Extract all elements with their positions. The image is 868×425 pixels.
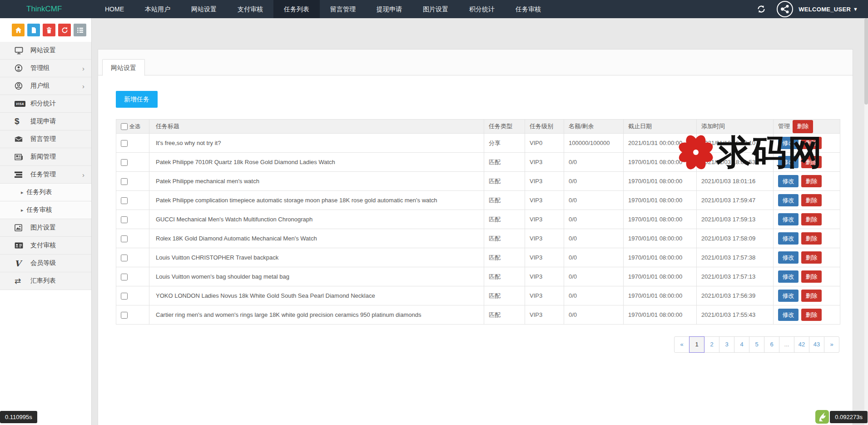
edit-button[interactable]: 修改: [778, 137, 799, 149]
nav-item-message-mgmt[interactable]: 留言管理: [320, 0, 366, 18]
edit-button[interactable]: 修改: [778, 270, 799, 283]
nav-item-site-users[interactable]: 本站用户: [134, 0, 181, 18]
edit-button[interactable]: 修改: [778, 213, 799, 225]
delete-button[interactable]: 删除: [801, 251, 822, 264]
delete-button[interactable]: 删除: [801, 194, 822, 206]
edit-button[interactable]: 修改: [778, 156, 799, 168]
refresh-icon[interactable]: [757, 5, 766, 14]
delete-button[interactable]: 删除: [801, 232, 822, 245]
main-content: 网站设置 新增任务 全选 任务标题 任务类型 任务级别 名额/剩余 截止日期: [92, 18, 868, 425]
edit-button[interactable]: 修改: [778, 194, 799, 206]
chevron-down-icon: ▼: [853, 6, 858, 12]
sidebar-item-news-mgmt[interactable]: 新闻管理: [0, 148, 91, 166]
select-all-checkbox[interactable]: [121, 123, 128, 130]
add-task-button[interactable]: 新增任务: [116, 91, 158, 108]
page-next[interactable]: »: [824, 336, 839, 353]
edit-button[interactable]: 修改: [778, 251, 799, 264]
trash-icon[interactable]: [43, 24, 55, 36]
task-title: Louis Vuitton women's bag shoulder bag m…: [149, 267, 484, 286]
task-title: GUCCI Mechanical Men's Watch Multifuncti…: [149, 210, 484, 229]
table-row: YOKO LONDON Ladies Novus 18k White Gold …: [116, 286, 840, 305]
task-type: 匹配: [484, 210, 525, 229]
delete-button[interactable]: 删除: [801, 309, 822, 321]
row-checkbox[interactable]: [121, 159, 128, 166]
sidebar-item-user-group[interactable]: 用户组 ›: [0, 77, 91, 95]
pagination: « 1 2 3 4 5 6 ... 42 43 »: [116, 336, 839, 353]
tab-site-settings[interactable]: 网站设置: [102, 59, 145, 76]
sidebar-item-withdraw-apply[interactable]: $ 提现申请: [0, 113, 91, 130]
delete-button[interactable]: 删除: [801, 156, 822, 168]
home-icon[interactable]: [12, 24, 25, 36]
scrollbar-track[interactable]: [864, 18, 868, 425]
delete-button[interactable]: 删除: [801, 175, 822, 187]
nav-item-site-settings[interactable]: 网站设置: [181, 0, 227, 18]
nav-item-task-list[interactable]: 任务列表: [273, 0, 320, 18]
edit-button[interactable]: 修改: [778, 232, 799, 245]
row-checkbox[interactable]: [121, 140, 128, 147]
task-type: 匹配: [484, 172, 525, 191]
page-42[interactable]: 42: [794, 336, 809, 353]
sidebar-item-site-settings[interactable]: 网站设置: [0, 42, 91, 60]
nav-item-image-settings[interactable]: 图片设置: [412, 0, 459, 18]
page-2[interactable]: 2: [704, 336, 719, 353]
recycle-icon[interactable]: [58, 24, 71, 36]
delete-button[interactable]: 删除: [801, 213, 822, 225]
task-quota: 0/0: [564, 248, 624, 267]
list-icon[interactable]: [74, 24, 86, 36]
row-checkbox[interactable]: [121, 293, 128, 300]
row-checkbox[interactable]: [121, 274, 128, 280]
sidebar-subitem-task-list[interactable]: ▸ 任务列表: [0, 184, 91, 201]
sidebar-item-label: 支付审核: [30, 241, 56, 250]
row-checkbox[interactable]: [121, 255, 128, 261]
col-header-deadline: 截止日期: [624, 120, 697, 134]
row-checkbox[interactable]: [121, 178, 128, 185]
page-4[interactable]: 4: [734, 336, 749, 353]
brand-logo[interactable]: ThinkCMF: [26, 5, 94, 14]
edit-button[interactable]: 修改: [778, 309, 799, 321]
row-checkbox[interactable]: [121, 216, 128, 223]
edit-button[interactable]: 修改: [778, 290, 799, 302]
row-checkbox[interactable]: [121, 235, 128, 242]
page-5[interactable]: 5: [749, 336, 764, 353]
nav-item-points-stats[interactable]: 积分统计: [459, 0, 505, 18]
task-quota: 100000/100000: [564, 134, 624, 153]
sidebar-item-member-level[interactable]: V 会员等级: [0, 255, 91, 272]
sidebar-item-payment-review[interactable]: 支付审核: [0, 237, 91, 255]
sidebar-item-label: 用户组: [30, 82, 50, 90]
sidebar-item-admin-group[interactable]: 管理组 ›: [0, 60, 91, 77]
bulk-delete-button[interactable]: 删除: [793, 120, 813, 133]
sidebar-item-exchange-rate-list[interactable]: ⇄ 汇率列表: [0, 272, 91, 290]
row-checkbox[interactable]: [121, 312, 128, 319]
page-prev[interactable]: «: [674, 336, 689, 353]
page-43[interactable]: 43: [809, 336, 824, 353]
page-3[interactable]: 3: [719, 336, 734, 353]
row-checkbox[interactable]: [121, 197, 128, 204]
nav-item-payment-review[interactable]: 支付审核: [227, 0, 273, 18]
delete-button[interactable]: 删除: [801, 290, 822, 302]
dollar-icon: $: [15, 116, 26, 126]
nav-item-withdraw-apply[interactable]: 提现申请: [366, 0, 412, 18]
nav-item-home[interactable]: HOME: [94, 0, 134, 18]
task-title: YOKO LONDON Ladies Novus 18k White Gold …: [149, 286, 484, 305]
sidebar-item-image-settings[interactable]: 图片设置: [0, 219, 91, 237]
welcome-user-dropdown[interactable]: WELCOME_USER: [799, 6, 851, 13]
user-avatar[interactable]: [777, 1, 793, 17]
exchange-arrows-icon: ⇄: [15, 276, 26, 286]
file-icon[interactable]: [27, 24, 40, 36]
page-ellipsis: ...: [779, 336, 794, 353]
edit-button[interactable]: 修改: [778, 175, 799, 187]
sidebar-item-task-mgmt[interactable]: 任务管理 ›: [0, 166, 91, 184]
delete-button[interactable]: 删除: [801, 270, 822, 283]
col-header-added: 添加时间: [697, 120, 774, 134]
sidebar-item-message-mgmt[interactable]: 留言管理: [0, 130, 91, 148]
page-1[interactable]: 1: [689, 336, 704, 353]
task-added-time: 2021/01/03 17:59:13: [697, 210, 774, 229]
table-header-row: 全选 任务标题 任务类型 任务级别 名额/剩余 截止日期 添加时间 管理删除: [116, 120, 840, 134]
sidebar-item-label: 图片设置: [30, 224, 56, 232]
nav-item-task-review[interactable]: 任务审核: [505, 0, 551, 18]
delete-button[interactable]: 删除: [801, 137, 822, 149]
page-6[interactable]: 6: [764, 336, 779, 353]
scrollbar-thumb[interactable]: [864, 18, 868, 105]
sidebar-item-points-stats[interactable]: VISA 积分统计: [0, 95, 91, 113]
sidebar-subitem-task-review[interactable]: ▸ 任务审核: [0, 201, 91, 219]
